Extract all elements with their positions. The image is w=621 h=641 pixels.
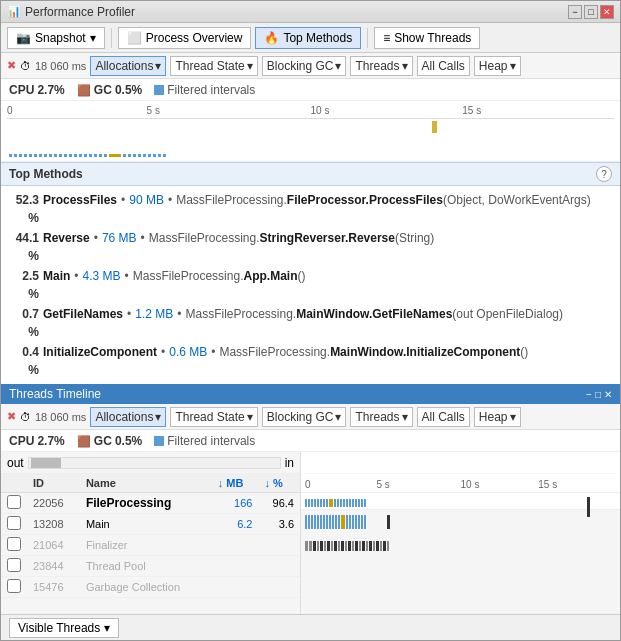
snapshot-button[interactable]: 📷 Snapshot ▾ <box>7 27 105 49</box>
threads-minimize-button[interactable]: − <box>586 389 592 400</box>
threads-heap-dropdown[interactable]: Heap ▾ <box>474 407 521 427</box>
col-mb[interactable]: ↓ MB <box>212 474 259 493</box>
timeline-dot <box>163 154 166 157</box>
main-bar <box>362 541 365 551</box>
t-dot <box>358 499 360 507</box>
thread-pct-13208: 3.6 <box>258 514 300 535</box>
thread-name-23844: Thread Pool <box>80 556 212 577</box>
t-dot <box>320 499 322 507</box>
threads-clock-icon: ⏱ <box>20 411 31 423</box>
col-pct[interactable]: ↓ % <box>258 474 300 493</box>
main-bar <box>313 541 316 551</box>
method-name-4: GetFileNames <box>43 305 123 323</box>
fp-end-bar <box>387 515 390 529</box>
t-dot <box>361 499 363 507</box>
method-size-3: 4.3 MB <box>83 267 121 285</box>
ruler-0: 0 <box>7 105 13 116</box>
filtered-intervals: Filtered intervals <box>154 83 255 97</box>
method-full-1: MassFileProcessing.FileProcessor.Process… <box>176 191 591 209</box>
all-calls-dropdown[interactable]: All Calls <box>417 56 470 76</box>
main-bar <box>320 541 323 551</box>
thread-check-15476[interactable] <box>7 579 21 593</box>
fp-bar <box>308 515 310 529</box>
timeline-dot <box>59 154 62 157</box>
thread-timeline-gc <box>301 606 620 614</box>
timeline-track-top[interactable] <box>7 119 614 161</box>
main-bar <box>366 541 368 551</box>
col-name[interactable]: Name <box>80 474 212 493</box>
method-row-1: 52.3 % ProcessFiles • 90 MB • MassFilePr… <box>9 190 612 228</box>
thread-id-15476: 15476 <box>27 577 80 598</box>
thread-id-21064: 21064 <box>27 535 80 556</box>
maximize-button[interactable]: □ <box>584 5 598 19</box>
thread-state-dropdown[interactable]: Thread State ▾ <box>170 56 257 76</box>
window-icon: 📊 <box>7 5 21 18</box>
top-methods-header: Top Methods ? <box>1 162 620 186</box>
t-dot <box>340 499 342 507</box>
main-bar <box>341 541 344 551</box>
thread-id-23844: 23844 <box>27 556 80 577</box>
threads-maximize-button[interactable]: □ <box>595 389 601 400</box>
threads-title-buttons: − □ ✕ <box>586 389 612 400</box>
heap-dropdown-icon: ▾ <box>510 59 516 73</box>
threads-thread-state-dropdown[interactable]: Thread State ▾ <box>170 407 257 427</box>
ruler-10s: 10 s <box>311 105 330 116</box>
main-bar <box>373 541 375 551</box>
fp-bar <box>311 515 313 529</box>
timeline-dot <box>158 154 161 157</box>
scroll-track[interactable] <box>28 457 281 469</box>
blocking-gc-dropdown[interactable]: Blocking GC ▾ <box>262 56 347 76</box>
threads-all-calls-dropdown[interactable]: All Calls <box>417 407 470 427</box>
threads-blocking-gc-dropdown[interactable]: Blocking GC ▾ <box>262 407 347 427</box>
visible-threads-button[interactable]: Visible Threads ▾ <box>9 618 119 638</box>
method-pct-5: 0.4 % <box>9 343 39 379</box>
fp-gc-bar <box>341 515 345 529</box>
method-row-5: 0.4 % InitializeComponent • 0.6 MB • Mas… <box>9 342 612 380</box>
t-dot <box>326 499 328 507</box>
main-bar <box>324 541 326 551</box>
ruler-15s: 15 s <box>462 105 481 116</box>
thread-check-13208[interactable] <box>7 516 21 530</box>
threads-allocations-dropdown[interactable]: Allocations ▾ <box>90 407 166 427</box>
threads-dropdown[interactable]: Threads ▾ <box>350 56 412 76</box>
thread-mb-23844 <box>212 556 259 577</box>
method-name-1: ProcessFiles <box>43 191 117 209</box>
thread-check-23844[interactable] <box>7 558 21 572</box>
main-bar <box>327 541 330 551</box>
help-button[interactable]: ? <box>596 166 612 182</box>
fp-bar <box>314 515 316 529</box>
method-row-4: 0.7 % GetFileNames • 1.2 MB • MassFilePr… <box>9 304 612 342</box>
allocations-dropdown[interactable]: Allocations ▾ <box>90 56 166 76</box>
process-overview-button[interactable]: ⬜ Process Overview <box>118 27 252 49</box>
timeline-ruler-top: 0 5 s 10 s 15 s <box>7 101 614 119</box>
timeline-dot <box>104 154 107 157</box>
col-id[interactable]: ID <box>27 474 80 493</box>
thread-pct-23844 <box>258 556 300 577</box>
thread-row-fileprocessing: 22056 FileProcessing 166 96.4 <box>1 493 300 514</box>
close-button[interactable]: ✕ <box>600 5 614 19</box>
timeline-dot <box>84 154 87 157</box>
timeline-dot <box>34 154 37 157</box>
method-pct-1: 52.3 % <box>9 191 39 227</box>
title-bar-controls: − □ ✕ <box>568 5 614 19</box>
top-methods-button[interactable]: 🔥 Top Methods <box>255 27 361 49</box>
timeline-dot <box>69 154 72 157</box>
threads-ruler: 0 5 s 10 s 15 s <box>305 474 616 492</box>
main-bar <box>359 541 361 551</box>
threads-right-panel: 0 5 s 10 s 15 s <box>301 452 620 614</box>
fp-bar <box>326 515 328 529</box>
threads-threads-dropdown[interactable]: Threads ▾ <box>350 407 412 427</box>
out-in-scroll[interactable]: out in <box>1 452 300 474</box>
t-dot <box>364 499 366 507</box>
threads-overview-timeline[interactable] <box>301 493 620 510</box>
threads-close-button[interactable]: ✕ <box>604 389 612 400</box>
thread-name-15476: Garbage Collection <box>80 577 212 598</box>
timeline-dot <box>138 154 141 157</box>
thread-timeline-threadpool <box>301 582 620 606</box>
minimize-button[interactable]: − <box>568 5 582 19</box>
thread-check-21064[interactable] <box>7 537 21 551</box>
thread-check-22056[interactable] <box>7 495 21 509</box>
show-threads-button[interactable]: ≡ Show Threads <box>374 27 480 49</box>
fp-bar <box>332 515 334 529</box>
heap-dropdown[interactable]: Heap ▾ <box>474 56 521 76</box>
